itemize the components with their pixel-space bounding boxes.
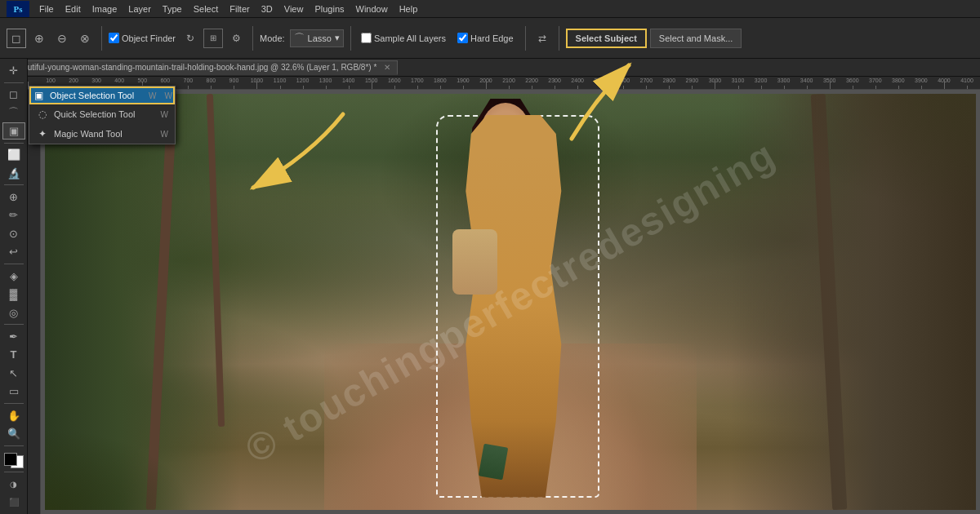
object-selection-icon: ▣	[32, 89, 45, 102]
sample-all-layers-checkbox[interactable]	[361, 33, 372, 43]
foliage-bottom-left	[45, 428, 192, 510]
object-finder-label: Object Finder	[122, 33, 176, 43]
ps-logo: Ps	[7, 1, 29, 17]
hard-edge-checkbox[interactable]	[457, 33, 468, 43]
lasso-tool[interactable]: ⌒	[2, 104, 25, 122]
canvas: © touchingperfectredesigning	[45, 94, 976, 510]
menu-edit[interactable]: Edit	[60, 2, 86, 16]
tool-separator-3	[4, 184, 24, 185]
new-selection-btn[interactable]: ◻	[7, 29, 26, 48]
sample-all-layers-label: Sample All Layers	[374, 33, 446, 43]
canvas-area[interactable]: © touchingperfectredesigning	[41, 90, 980, 514]
mode-dropdown[interactable]: ⌒ Lasso ▾	[290, 29, 344, 47]
sample-all-layers-group: Sample All Layers	[361, 33, 448, 43]
brush-tool[interactable]: ✏	[2, 207, 25, 224]
object-finder-checkbox[interactable]	[109, 33, 119, 43]
gradient-tool[interactable]: ▓	[2, 286, 25, 303]
sample-icon[interactable]: ⊞	[203, 29, 223, 48]
shape-tool[interactable]: ▭	[2, 383, 25, 401]
menu-image[interactable]: Image	[87, 2, 122, 16]
document-filename: beautiful-young-woman-standing-mountain-…	[14, 63, 376, 72]
menu-view[interactable]: View	[279, 2, 309, 16]
menu-filter[interactable]: Filter	[225, 2, 254, 16]
ruler-vertical	[28, 90, 41, 514]
lasso-icon: ⌒	[294, 31, 305, 46]
document-tab[interactable]: beautiful-young-woman-standing-mountain-…	[7, 60, 398, 75]
tool-separator-4	[4, 264, 24, 264]
separator-3	[350, 26, 351, 51]
history-brush-tool[interactable]: ↩	[2, 244, 25, 261]
menu-layer[interactable]: Layer	[123, 2, 156, 16]
document-tab-bar: beautiful-young-woman-standing-mountain-…	[0, 59, 980, 77]
foliage-top-right	[772, 94, 976, 216]
menu-3d[interactable]: 3D	[256, 2, 278, 16]
magic-wand-label: Magic Wand Tool	[54, 129, 122, 139]
quick-selection-tool-option[interactable]: ◌ Quick Selection Tool W	[29, 104, 175, 124]
mode-label: Mode:	[260, 33, 285, 43]
healing-brush-tool[interactable]: ⊕	[2, 188, 25, 206]
color-swatches[interactable]	[2, 453, 25, 469]
path-selection-tool[interactable]: ↖	[2, 365, 25, 382]
object-selection-label: Object Selection Tool	[50, 91, 134, 100]
menu-type[interactable]: Type	[158, 2, 187, 16]
settings-icon[interactable]: ⚙	[226, 29, 246, 48]
refresh-icon[interactable]: ↻	[180, 29, 200, 48]
object-selection-shortcut: W	[149, 91, 156, 100]
separator-1	[101, 26, 102, 51]
pen-tool[interactable]: ✒	[2, 328, 25, 345]
hand-tool[interactable]: ✋	[2, 407, 25, 424]
zoom-tool[interactable]: 🔍	[2, 425, 25, 442]
menu-bar: Ps File Edit Image Layer Type Select Fil…	[0, 0, 980, 18]
quick-selection-label: Quick Selection Tool	[54, 109, 135, 119]
transfer-icon[interactable]: ⇄	[532, 29, 552, 48]
dropdown-arrow-icon: ▾	[335, 33, 340, 43]
rectangular-marquee-tool[interactable]: ◻	[2, 86, 25, 103]
backpack	[452, 229, 497, 295]
type-tool[interactable]: T	[2, 347, 25, 364]
separator-4	[525, 26, 526, 51]
magic-wand-tool-option[interactable]: ✦ Magic Wand Tool W	[29, 124, 175, 144]
foreground-color-swatch[interactable]	[4, 453, 17, 466]
quick-mask-tool[interactable]: ◑	[2, 476, 25, 493]
quick-selection-shortcut: W	[161, 110, 168, 119]
options-toolbar: ◻ ⊕ ⊖ ⊗ Object Finder ↻ ⊞ ⚙ Mode: ⌒ Lass…	[0, 18, 980, 59]
eraser-tool[interactable]: ◈	[2, 268, 25, 285]
menu-window[interactable]: Window	[351, 2, 393, 16]
object-selection-tool-option[interactable]: ▣ Object Selection Tool W W	[29, 86, 175, 104]
add-selection-btn[interactable]: ⊕	[29, 29, 49, 48]
left-toolbar: ✛ ◻ ⌒ ▣ ⬜ 🔬 ⊕ ✏ ⊙ ↩ ◈ ▓ ◎ ✒ T ↖ ▭ ✋ 🔍 ◑ …	[0, 59, 28, 514]
menu-file[interactable]: File	[34, 2, 59, 16]
magic-wand-icon: ✦	[36, 127, 49, 140]
tool-separator-1	[4, 82, 24, 83]
tool-separator-7	[4, 445, 24, 446]
tool-separator-5	[4, 324, 24, 325]
menu-plugins[interactable]: Plugins	[310, 2, 349, 16]
intersect-selection-btn[interactable]: ⊗	[75, 29, 95, 48]
object-finder-group: Object Finder	[109, 33, 177, 43]
tool-dropdown-menu: ▣ Object Selection Tool W W ◌ Quick Sele…	[29, 86, 176, 144]
menu-select[interactable]: Select	[189, 2, 224, 16]
subtract-selection-btn[interactable]: ⊖	[52, 29, 72, 48]
tool-separator-8	[4, 472, 24, 472]
clone-stamp-tool[interactable]: ⊙	[2, 225, 25, 242]
menu-help[interactable]: Help	[394, 2, 423, 16]
move-tool[interactable]: ✛	[2, 62, 25, 79]
hard-edge-label: Hard Edge	[470, 33, 514, 43]
select-subject-button[interactable]: Select Subject	[566, 29, 647, 48]
close-tab-icon[interactable]: ✕	[384, 63, 390, 72]
magic-wand-shortcut: W	[161, 130, 168, 139]
separator-2	[252, 26, 253, 51]
hard-edge-group: Hard Edge	[457, 33, 515, 43]
select-and-mask-button[interactable]: Select and Mask...	[650, 29, 742, 48]
separator-5	[559, 26, 559, 51]
photo: © touchingperfectredesigning	[45, 94, 976, 510]
crop-tool[interactable]: ⬜	[2, 146, 25, 163]
screen-mode-tool[interactable]: ⬛	[2, 494, 25, 512]
dodge-tool[interactable]: ◎	[2, 304, 25, 321]
tool-separator-2	[4, 143, 24, 144]
mode-value: Lasso	[308, 33, 332, 43]
tool-separator-6	[4, 403, 24, 404]
object-selection-tool[interactable]: ▣	[2, 122, 25, 140]
quick-selection-icon: ◌	[36, 108, 49, 121]
eyedropper-tool[interactable]: 🔬	[2, 165, 25, 182]
